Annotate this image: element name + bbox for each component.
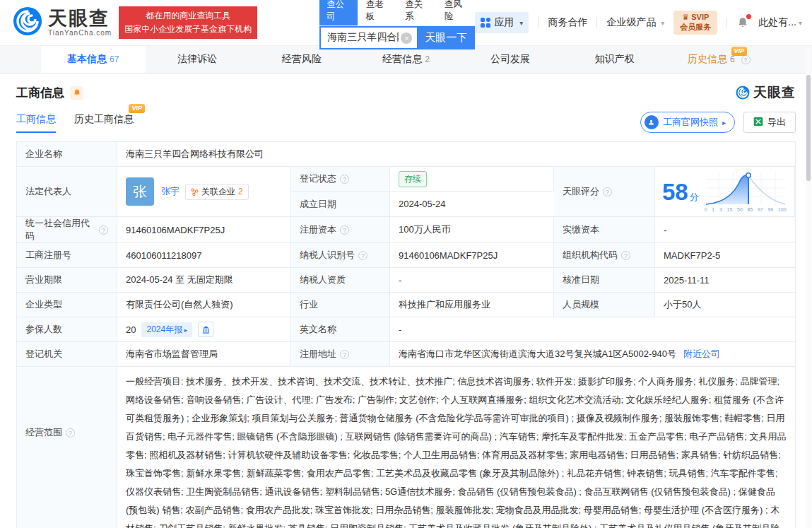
tab-history-info[interactable]: VIP 历史信息6: [666, 46, 771, 73]
related-companies-badge[interactable]: 关联企业2: [185, 184, 249, 200]
score-axis: 0131550859799100: [705, 207, 787, 212]
help-icon[interactable]: [66, 428, 75, 438]
tab-basic-info[interactable]: 基本信息67: [41, 46, 146, 73]
logo-title: 天眼查: [48, 9, 112, 28]
registered-capital-label: 注册资本: [291, 217, 390, 242]
reg-number-label: 工商注册号: [17, 243, 117, 267]
taxpayer-id-value: 91460106MADKF7P25J: [390, 243, 554, 267]
company-type-label: 企业类型: [17, 293, 117, 317]
divider: [596, 17, 597, 28]
registration-authority-label: 登记机关: [17, 342, 117, 366]
staff-size-label: 人员规模: [554, 293, 655, 317]
paidin-capital-label: 实缴资本: [554, 217, 655, 242]
section-title: 工商信息: [16, 85, 64, 101]
search-tabs: 查公司 查老板 查关系 查风险: [319, 0, 475, 26]
company-name-label: 企业名称: [17, 142, 117, 166]
scrollbar-thumb[interactable]: [806, 75, 811, 181]
main-content: 工商信息 天眼查 工商信息 VIP 历史工商信息 工商官网快照: [0, 74, 812, 528]
status-badge: 存续: [399, 171, 427, 187]
help-icon[interactable]: [340, 350, 349, 359]
score-number: 58: [662, 179, 688, 205]
insured-count-label: 参保人数: [17, 317, 117, 341]
business-term-value: 2024-05-24 至 无固定期限: [117, 268, 291, 292]
registered-capital-value: 100万人民币: [390, 217, 554, 242]
help-icon[interactable]: [99, 225, 108, 235]
score-label: 天眼评分: [554, 167, 655, 216]
header-nav: 应用 商务合作 企业级产品 ♛ SVIP 会员服务 此处有...: [475, 11, 802, 35]
brand-slogan: 都在用的商业查询工具 国家中小企业发展子基金旗下机构: [119, 6, 257, 38]
help-icon[interactable]: [603, 187, 612, 196]
user-account-menu[interactable]: 此处有...: [758, 16, 802, 29]
insured-count-value: 20 2024年报: [117, 317, 291, 341]
search-area: 查公司 查老板 查关系 查风险 天眼一下: [319, 0, 475, 49]
search-tab-boss[interactable]: 查老板: [359, 0, 397, 25]
approval-date-value: 2025-11-11: [655, 268, 795, 292]
help-icon[interactable]: [340, 225, 349, 235]
enterprise-products-menu[interactable]: 企业级产品: [606, 16, 664, 29]
business-coop-link[interactable]: 商务合作: [548, 16, 587, 29]
monitor-bell-icon[interactable]: [70, 86, 83, 100]
logo-subtitle: TianYanCha.com: [48, 30, 112, 37]
tianyancha-logo[interactable]: 天眼查 TianYanCha.com: [13, 6, 112, 39]
staff-size-value: 小于50人: [655, 293, 795, 317]
business-scope-value: 一般经营项目: 技术服务、技术开发、技术咨询、技术交流、技术转让、技术推广; 信…: [117, 367, 795, 528]
search-tab-relation[interactable]: 查关系: [398, 0, 436, 25]
legal-rep-value: 张 张宇 关联企业2: [117, 167, 291, 216]
help-icon[interactable]: [741, 55, 751, 64]
taxpayer-id-label: 纳税人识别号: [291, 243, 390, 267]
tianyancha-swirl-icon: [13, 6, 42, 39]
english-name-label: 英文名称: [291, 317, 390, 341]
reg-number-value: 460106011218097: [117, 243, 291, 267]
company-type-value: 有限责任公司(自然人独资): [117, 293, 291, 317]
help-icon[interactable]: [621, 251, 630, 260]
help-icon[interactable]: [358, 251, 367, 260]
legal-rep-avatar[interactable]: 张: [126, 177, 154, 206]
business-info-table: 企业名称 海南三只羊四合网络科技有限公司 法定代表人 张 张宇 关联企业2 登记…: [16, 141, 796, 528]
registered-address-value: 海南省海口市龙华区滨海街道滨海大道32号复兴城A1区A5002-940号 附近公…: [390, 342, 795, 366]
table-row: 统一社会信用代码 91460106MADKF7P25J 注册资本 100万人民币…: [17, 217, 795, 243]
company-page-tabs: 基本信息67 法律诉讼 经营风险 经营信息2 公司发展 知识产权 VIP 历史信…: [0, 45, 812, 74]
subtab-history-business-info[interactable]: VIP 历史工商信息: [74, 113, 134, 133]
paidin-capital-value: -: [655, 217, 795, 242]
legal-rep-name-link[interactable]: 张宇: [161, 185, 180, 198]
reg-status-value: 存续: [390, 167, 554, 192]
notifications-bell-icon[interactable]: [736, 16, 749, 29]
score-value-cell: 58分: [655, 167, 795, 216]
tab-operation-risk[interactable]: 经营风险: [249, 46, 354, 73]
tab-operation-info[interactable]: 经营信息2: [354, 46, 459, 73]
table-row: 登记机关 海南省市场监督管理局 注册地址 海南省海口市龙华区滨海街道滨海大道32…: [17, 342, 795, 367]
vip-badge: VIP: [731, 47, 748, 56]
industry-value: 科技推广和应用服务业: [390, 293, 554, 317]
clear-search-icon[interactable]: [401, 33, 412, 44]
search-tab-company[interactable]: 查公司: [319, 0, 358, 25]
nearby-companies-link[interactable]: 附近公司: [683, 348, 720, 360]
vip-badge: VIP: [129, 104, 145, 113]
tab-intellectual-property[interactable]: 知识产权: [563, 46, 667, 73]
official-snapshot-button[interactable]: 工商官网快照: [640, 112, 735, 133]
table-row: 工商注册号 460106011218097 纳税人识别号 91460106MAD…: [17, 243, 795, 268]
apps-menu[interactable]: 应用: [475, 12, 529, 33]
table-row: 企业名称 海南三只羊四合网络科技有限公司: [17, 142, 795, 167]
subtab-business-info[interactable]: 工商信息: [16, 113, 56, 133]
annual-report-chip[interactable]: 2024年报: [141, 322, 192, 337]
company-name-value: 海南三只羊四合网络科技有限公司: [117, 142, 795, 166]
page-scrollbar[interactable]: [806, 47, 811, 528]
divider: [726, 17, 727, 28]
credit-code-value: 91460106MADKF7P25J: [117, 217, 291, 242]
registered-address-label: 注册地址: [291, 342, 390, 366]
export-button[interactable]: 导出: [743, 112, 796, 133]
crown-icon: ♛: [682, 13, 689, 21]
network-icon: [191, 188, 199, 196]
tab-legal-proceedings[interactable]: 法律诉讼: [146, 46, 250, 73]
tianyancha-watermark: 天眼查: [736, 83, 796, 102]
taxpayer-quality-label: 纳税人资质: [291, 268, 390, 292]
notification-dot: [746, 14, 751, 19]
org-code-label: 组织机构代码: [554, 243, 655, 267]
tab-company-development[interactable]: 公司发展: [458, 46, 563, 73]
excel-icon: [753, 117, 763, 129]
score-distribution-chart: 0131550859799100: [705, 171, 787, 212]
insured-trend-icon[interactable]: [198, 322, 213, 337]
search-tab-risk[interactable]: 查风险: [437, 0, 476, 25]
help-icon[interactable]: [340, 175, 349, 184]
svip-membership-button[interactable]: ♛ SVIP 会员服务: [673, 11, 717, 35]
